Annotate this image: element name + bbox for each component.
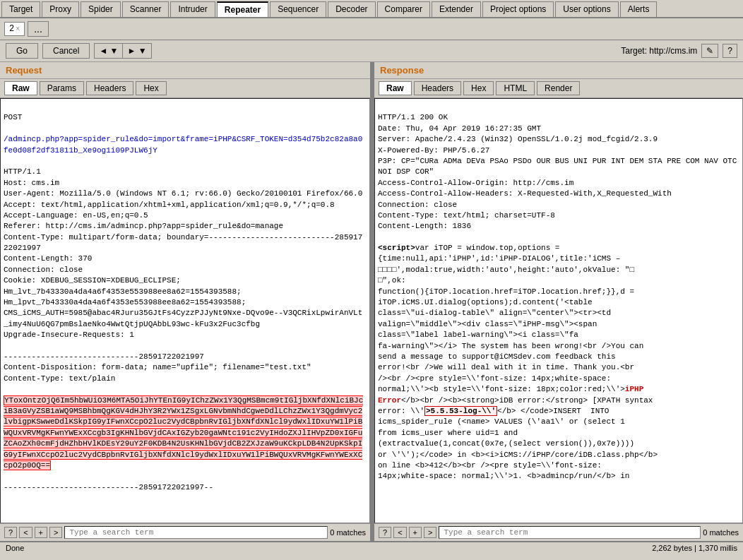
request-tab-params[interactable]: Params <box>40 81 84 95</box>
pill-close[interactable]: × <box>16 25 20 33</box>
request-search-help[interactable]: ? <box>4 527 17 538</box>
go-button[interactable]: Go <box>6 43 38 59</box>
response-panel: Response Raw Headers Hex HTML Render HTT… <box>374 62 743 541</box>
request-http-version: HTTP/1.1 Host: cms.im User-Agent: Mozill… <box>4 167 362 382</box>
help-button[interactable]: ? <box>723 44 737 58</box>
nav-group: ◄ ▼ ► ▼ <box>94 43 151 59</box>
request-end-boundary: -----------------------------28591722021… <box>4 483 213 492</box>
response-search-matches: 0 matches <box>703 528 739 537</box>
response-search-input[interactable] <box>439 526 701 539</box>
response-sub-tabs: Raw Headers Hex HTML Render <box>374 79 743 98</box>
response-search-prev[interactable]: < <box>393 527 406 538</box>
response-script-tag: <script> <box>378 244 415 252</box>
response-status-line: HTTP/1.1 200 OK Date: Thu, 04 Apr 2019 1… <box>378 113 742 230</box>
response-search-next[interactable]: > <box>424 527 436 538</box>
response-after-code: </b> </code>INSERT INTO icms_spider_rule… <box>378 407 658 480</box>
request-search-next-plus[interactable]: + <box>35 527 47 538</box>
response-tab-html[interactable]: HTML <box>496 81 535 95</box>
response-error-code: >5.5.53-log-\\' <box>424 406 497 416</box>
tab-comparer[interactable]: Comparer <box>377 1 430 17</box>
tab-intruder[interactable]: Intruder <box>170 1 215 17</box>
tab-proxy[interactable]: Proxy <box>42 1 79 17</box>
nav-tabs: Target Proxy Spider Scanner Intruder Rep… <box>0 0 743 18</box>
request-search-next[interactable]: > <box>49 527 62 538</box>
request-search-input[interactable] <box>64 526 328 539</box>
response-search-bar: ? < + > 0 matches <box>374 523 743 541</box>
target-label: Target: http://cms.im <box>621 46 697 56</box>
nav-back-button[interactable]: ◄ ▼ <box>94 43 122 59</box>
response-script-content: var iTOP = window.top,options = {time:nu… <box>378 244 643 393</box>
edit-target-button[interactable]: ✎ <box>701 44 718 58</box>
response-tab-headers[interactable]: Headers <box>414 81 461 95</box>
tab-extender[interactable]: Extender <box>432 1 481 17</box>
tab-decoder[interactable]: Decoder <box>328 1 375 17</box>
status-bytes: 2,262 bytes | 1,370 millis <box>652 544 737 552</box>
pill-number: 2 <box>9 24 14 34</box>
tab-row2: 2 × ... <box>0 18 743 40</box>
status-done: Done <box>6 544 24 552</box>
tab-target[interactable]: Target <box>1 1 40 17</box>
main-area: Request Raw Params Headers Hex POST /adm… <box>0 62 743 541</box>
response-search-next-plus[interactable]: + <box>409 527 422 538</box>
request-method: POST <box>4 113 22 121</box>
request-sub-tabs: Raw Params Headers Hex <box>0 79 370 98</box>
cancel-button[interactable]: Cancel <box>42 43 90 59</box>
response-content[interactable]: HTTP/1.1 200 OK Date: Thu, 04 Apr 2019 1… <box>374 98 743 523</box>
request-panel-title: Request <box>0 62 370 79</box>
request-tab-headers[interactable]: Headers <box>86 81 133 95</box>
request-content[interactable]: POST /admincp.php?app=spider_rule&do=imp… <box>0 98 370 523</box>
response-search-help[interactable]: ? <box>379 527 391 538</box>
tab-project-options[interactable]: Project options <box>482 1 554 17</box>
tab-user-options[interactable]: User options <box>555 1 618 17</box>
tab-sequencer[interactable]: Sequencer <box>270 1 326 17</box>
request-search-bar: ? < + > 0 matches <box>0 523 370 541</box>
tab-spider[interactable]: Spider <box>81 1 121 17</box>
request-panel: Request Raw Params Headers Hex POST /adm… <box>0 62 372 541</box>
response-tab-hex[interactable]: Hex <box>463 81 494 95</box>
request-url: /admincp.php?app=spider_rule&do=import&f… <box>4 135 362 154</box>
request-search-matches: 0 matches <box>330 528 366 537</box>
request-search-prev[interactable]: < <box>19 527 32 538</box>
request-payload: YToxOntzOjQ6Im5hbWUiO3M6MTA5OiJhYTEnIG9y… <box>4 395 363 470</box>
tab-alerts[interactable]: Alerts <box>620 1 658 17</box>
nav-forward-button[interactable]: ► ▼ <box>122 43 151 59</box>
response-tab-render[interactable]: Render <box>537 81 580 95</box>
repeater-tab-pill[interactable]: 2 × <box>4 22 25 36</box>
toolbar: Go Cancel ◄ ▼ ► ▼ Target: http://cms.im … <box>0 40 743 62</box>
request-tab-raw[interactable]: Raw <box>4 81 37 95</box>
more-tabs-button[interactable]: ... <box>28 21 49 37</box>
request-tab-hex[interactable]: Hex <box>136 81 166 95</box>
tab-scanner[interactable]: Scanner <box>122 1 170 17</box>
response-tab-raw[interactable]: Raw <box>379 81 412 95</box>
response-panel-title: Response <box>374 62 743 79</box>
tab-repeater[interactable]: Repeater <box>217 1 268 17</box>
status-bar: Done 2,262 bytes | 1,370 millis <box>0 541 743 554</box>
